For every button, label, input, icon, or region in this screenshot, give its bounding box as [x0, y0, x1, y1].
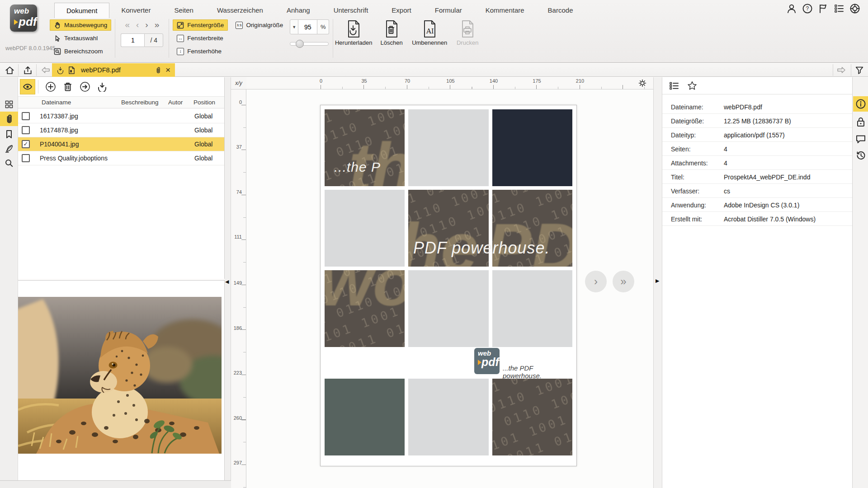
tab-dokument[interactable]: Dokument — [54, 3, 109, 18]
fensterbreite-button[interactable]: ↔ Fensterbreite — [173, 33, 287, 44]
row-checkbox[interactable] — [22, 154, 30, 162]
ribbon-tabs: Dokument Konverter Seiten Wasserzeichen … — [54, 3, 585, 18]
upload-button[interactable] — [22, 65, 33, 75]
document-canvas[interactable]: 0110 1001 0110 0101 1001 0110 0101 0011 … — [246, 89, 653, 488]
previous-page-button[interactable]: ‹ — [136, 21, 139, 29]
attachments-panel-button[interactable] — [0, 112, 18, 126]
bereichszoom-label: Bereichszoom — [64, 48, 103, 55]
tab-download-icon[interactable] — [57, 66, 64, 74]
column-beschreibung[interactable]: Beschreibung — [121, 99, 159, 106]
detail-list-view-button[interactable] — [668, 80, 680, 92]
attachments-header-row: Dateiname Beschreibung Autor Position — [18, 96, 224, 108]
bookmarks-panel-button[interactable] — [0, 127, 18, 141]
filter-button[interactable] — [854, 65, 865, 75]
help-icon[interactable]: ? — [802, 3, 813, 14]
forward-button[interactable] — [835, 65, 847, 75]
right-panel-splitter[interactable]: ▶ — [653, 77, 662, 488]
zoom-value-input[interactable] — [298, 19, 317, 34]
y-tick: 37 — [231, 144, 242, 150]
home-button[interactable] — [4, 65, 15, 75]
document-file-tab[interactable]: webPDF8.pdf × — [52, 63, 175, 77]
tab-kommentare[interactable]: Kommentare — [474, 3, 536, 18]
row-checkbox[interactable] — [22, 112, 30, 120]
expand-right-panel-button[interactable]: ▶ — [656, 278, 659, 284]
history-clock-icon — [855, 150, 866, 161]
tab-export[interactable]: Export — [380, 3, 423, 18]
history-panel-button[interactable] — [853, 148, 868, 163]
next-page-circle-button[interactable]: › — [585, 271, 607, 292]
column-autor[interactable]: Autor — [168, 99, 183, 106]
column-position[interactable]: Position — [193, 99, 215, 106]
herunterladen-button[interactable]: Herunterladen — [337, 19, 370, 46]
thumbnails-panel-button[interactable] — [0, 97, 18, 112]
fenstergroesse-button[interactable]: Fenstergröße — [173, 19, 228, 31]
column-dateiname[interactable]: Dateiname — [42, 99, 71, 106]
tab-formular[interactable]: Formular — [423, 3, 474, 18]
tab-wasserzeichen[interactable]: Wasserzeichen — [205, 3, 275, 18]
support-lifering-icon[interactable] — [849, 3, 861, 14]
zoom-unit-label: % — [317, 19, 329, 34]
app-version: webPDF 8.0.0.1945 — [5, 45, 56, 52]
ruler-settings-gear-icon[interactable] — [638, 79, 647, 88]
tasklist-icon[interactable] — [833, 3, 845, 14]
row-checkbox[interactable] — [22, 126, 30, 134]
originalgroesse-button[interactable]: 1:1 Originalgröße — [231, 19, 287, 31]
herunterladen-label: Herunterladen — [335, 39, 372, 46]
attachment-preview-image — [18, 297, 222, 454]
row-checkbox-checked[interactable]: ✓ — [22, 140, 30, 148]
attachment-row[interactable]: Press Quality.joboptions Global — [18, 151, 224, 165]
info-panel-button[interactable] — [853, 96, 868, 112]
delete-attachment-button[interactable] — [60, 79, 75, 94]
attachment-row[interactable]: 16174878.jpg Global — [18, 123, 224, 137]
favorites-star-button[interactable] — [686, 80, 698, 92]
tab-konverter[interactable]: Konverter — [109, 3, 162, 18]
attachment-row-selected[interactable]: ✓ P1040041.jpg Global — [18, 137, 224, 151]
page-logo-band: web pdf ...the PDF powerhouse. — [325, 351, 572, 375]
back-button[interactable] — [40, 65, 52, 75]
user-account-icon[interactable] — [786, 3, 797, 14]
first-page-button[interactable]: « — [125, 21, 130, 29]
tab-anhang[interactable]: Anhang — [275, 3, 322, 18]
fensterhoehe-button[interactable]: ↕ Fensterhöhe — [173, 46, 287, 57]
security-panel-button[interactable] — [853, 114, 868, 130]
download-attachment-button[interactable] — [94, 79, 110, 94]
collapse-left-panel-button[interactable]: ◀ — [225, 279, 229, 285]
ribbon-separator — [115, 19, 115, 58]
comments-panel-button[interactable] — [853, 131, 868, 147]
drucken-button[interactable]: Drucken — [451, 19, 484, 46]
last-page-button[interactable]: » — [155, 21, 160, 29]
zoom-slider[interactable] — [290, 42, 329, 46]
y-tick: 260 — [231, 415, 242, 421]
next-page-button[interactable]: › — [145, 21, 148, 29]
zoom-dropdown-button[interactable]: ▼ — [290, 19, 298, 34]
originalgroesse-label: Originalgröße — [246, 22, 283, 28]
webpdf-page-logo: web pdf — [474, 348, 500, 374]
umbenennen-button[interactable]: AI Umbenennen — [413, 19, 446, 46]
tab-seiten[interactable]: Seiten — [162, 3, 205, 18]
close-tab-button[interactable]: × — [165, 66, 170, 74]
attachment-row[interactable]: 16173387.jpg Global — [18, 109, 224, 123]
textauswahl-button[interactable]: Textauswahl — [50, 33, 111, 44]
left-footer-strip — [0, 480, 231, 488]
mausbewegung-button[interactable]: Mausbewegung — [50, 19, 111, 31]
tab-unterschrift[interactable]: Unterschrift — [322, 3, 380, 18]
ribbon-separator — [169, 19, 169, 58]
signature-panel-button[interactable] — [0, 141, 18, 156]
preview-attachment-button[interactable] — [20, 79, 35, 94]
extract-attachment-button[interactable] — [77, 79, 93, 94]
loeschen-button[interactable]: Löschen — [375, 19, 408, 46]
current-page-input[interactable] — [121, 33, 144, 47]
zoom-slider-knob[interactable] — [296, 40, 304, 48]
rename-file-icon: AI — [421, 20, 438, 38]
flag-feedback-icon[interactable] — [817, 3, 829, 14]
search-panel-button[interactable] — [0, 156, 18, 170]
last-page-circle-button[interactable]: » — [613, 271, 634, 292]
left-panel-splitter[interactable]: ◀ — [225, 77, 231, 480]
bereichszoom-button[interactable]: Bereichszoom — [50, 46, 111, 57]
navbar-divider — [18, 64, 19, 76]
app-logo: web pdf — [10, 5, 37, 32]
add-attachment-button[interactable] — [43, 79, 58, 94]
right-sidebar — [852, 77, 868, 488]
tab-barcode[interactable]: Barcode — [536, 3, 585, 18]
page-caption: PDF powerhouse. — [413, 239, 550, 258]
